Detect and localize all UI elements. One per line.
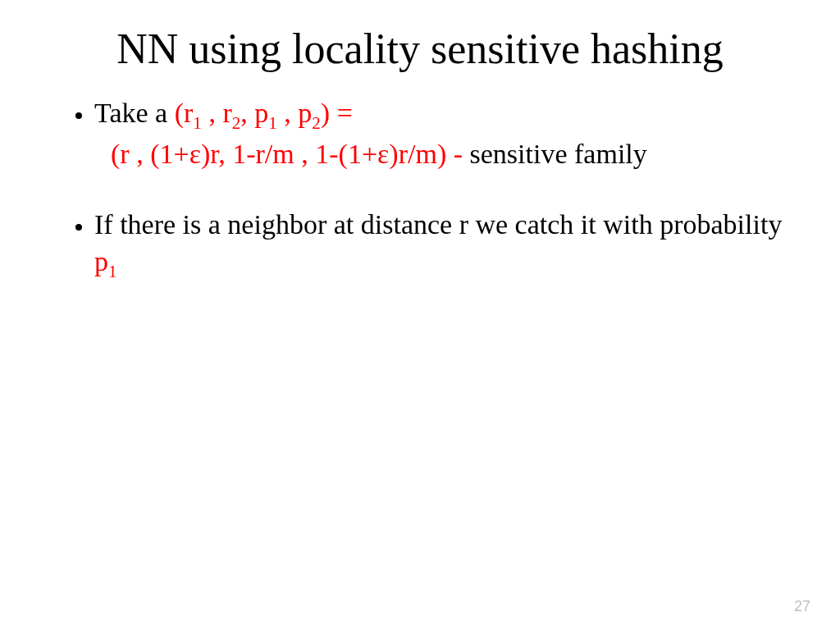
p1-base: , p [240,98,268,128]
bullet-1: Take a (r1 , r2, p1 , p2) = (r , (1+ε)r,… [94,94,791,173]
p2-sub: 2 [312,113,321,133]
p-sub: 1 [108,262,117,281]
r1-base: (r [175,98,194,128]
values-tuple: (r , (1+ε)r, 1-r/m , 1-(1+ε)r/m) - [111,139,470,169]
vals-a: (r , (1+ [111,139,189,169]
p2-base: , p [277,98,313,128]
page-number: 27 [794,598,810,615]
bullet-1-line2: (r , (1+ε)r, 1-r/m , 1-(1+ε)r/m) - sensi… [111,135,791,173]
bullet-2-text: If there is a neighbor at distance r we … [94,209,782,240]
p-base: p [94,246,108,276]
vals-c: )r/m) - [389,139,469,169]
epsilon-2: ε [377,139,389,169]
r2-base: , r [202,98,232,128]
p1-sub: 1 [268,113,277,133]
bullet-2: If there is a neighbor at distance r we … [94,206,791,281]
slide-body: Take a (r1 , r2, p1 , p2) = (r , (1+ε)r,… [49,94,791,281]
r1-sub: 1 [193,113,202,133]
slide-title: NN using locality sensitive hashing [49,25,791,74]
vals-b: )r, 1-r/m , 1-(1+ [201,139,377,169]
sensitive-family-label: sensitive family [470,139,647,169]
bullet-2-p1: p1 [94,246,117,276]
slide: NN using locality sensitive hashing Take… [0,0,840,630]
epsilon-1: ε [189,139,201,169]
bullet-1-params: (r1 , r2, p1 , p2) = [175,98,353,128]
bullet-1-lead: Take a [94,98,175,128]
params-close: ) = [321,98,353,128]
r2-sub: 2 [232,113,241,133]
